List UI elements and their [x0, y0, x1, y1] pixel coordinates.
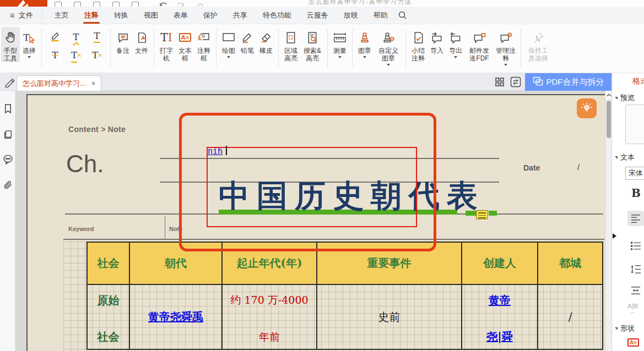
- scrollbar-thumb[interactable]: [607, 101, 611, 138]
- ribbon-draw[interactable]: 绘图: [219, 27, 238, 58]
- bold-button[interactable]: B: [631, 187, 641, 200]
- squiggly-underline-icon[interactable]: T: [73, 32, 79, 42]
- search-highlight-icon: [306, 29, 318, 46]
- menu-cloud[interactable]: 云服务: [299, 7, 336, 24]
- ribbon-textbox[interactable]: A≡ 文本框: [176, 27, 194, 62]
- highlight-text-icon[interactable]: [49, 30, 61, 45]
- ribbon-hand-tool[interactable]: 手型工具: [1, 27, 20, 62]
- pages-icon[interactable]: [2, 129, 13, 140]
- pencil-icon: [241, 29, 254, 46]
- shape-section-header[interactable]: 形状: [615, 323, 635, 333]
- document-tab[interactable]: 怎么面对高中学习... ×: [17, 75, 101, 91]
- grid-view-icon[interactable]: [495, 77, 505, 89]
- email-fdf-bubble-icon: [473, 29, 486, 46]
- menu-view[interactable]: 视图: [136, 7, 166, 24]
- typewriter-icon: TI: [160, 29, 172, 46]
- table-header-cell: 创建人: [462, 243, 538, 284]
- menu-protect[interactable]: 保护: [196, 7, 225, 24]
- chapter-label: Ch.: [66, 150, 104, 178]
- vertical-scrollbar[interactable]: [605, 91, 611, 351]
- paragraph-spacing-button[interactable]: [627, 283, 644, 298]
- ribbon-import-comments[interactable]: 导入: [427, 27, 446, 54]
- page-breadcrumb: Content > Note: [68, 125, 126, 134]
- custom-stamp-gear-icon: [381, 29, 396, 46]
- ribbon-custom-stamp[interactable]: 自定义图章: [374, 27, 403, 66]
- attachments-paperclip-icon[interactable]: [2, 179, 13, 190]
- menu-home[interactable]: 主页: [47, 7, 77, 24]
- ribbon-area-highlight[interactable]: 区域高亮: [282, 27, 300, 62]
- text-cursor: [226, 146, 227, 155]
- print-button[interactable]: [93, 2, 100, 7]
- text-markup-group: T T T T^ T^: [45, 28, 107, 64]
- app-logo[interactable]: [0, 0, 47, 7]
- align-left-button[interactable]: [627, 211, 644, 226]
- menu-present[interactable]: 放映: [336, 7, 366, 24]
- open-file-button[interactable]: [55, 2, 62, 7]
- ribbon-search-highlight[interactable]: 搜索&高亮: [300, 27, 324, 62]
- ribbon-callout[interactable]: 注释框: [194, 27, 213, 62]
- shape-textbox-style-icon[interactable]: A≡: [627, 338, 639, 347]
- ribbon-manage-comments[interactable]: 管理注释: [494, 27, 518, 66]
- insert-text-icon[interactable]: T^: [92, 51, 102, 61]
- dynasty-cell: 黄帝尧舜禹: [130, 285, 223, 349]
- bullet-list-button[interactable]: [627, 238, 644, 254]
- founder-link[interactable]: 黄帝: [489, 293, 511, 308]
- sticky-note-icon[interactable]: [476, 210, 488, 220]
- ribbon-note[interactable]: 备注: [113, 27, 132, 54]
- date-value: /: [577, 162, 580, 172]
- strikethrough-icon[interactable]: T: [52, 51, 58, 60]
- textbox-icon: A≡: [179, 29, 191, 46]
- menu-help[interactable]: 帮助: [366, 7, 396, 24]
- area-highlight-icon: [285, 29, 297, 46]
- bookmarks-icon[interactable]: [2, 103, 13, 114]
- ribbon-label: 搜索&高亮: [302, 47, 323, 62]
- quick-access-button[interactable]: [132, 2, 139, 7]
- menu-features[interactable]: 特色功能: [255, 7, 299, 24]
- ribbon-export-comments[interactable]: 导出: [446, 27, 465, 58]
- line-spacing-button[interactable]: [627, 261, 644, 277]
- ribbon-separator: [405, 29, 406, 68]
- lightbulb-tip-button[interactable]: [577, 98, 597, 118]
- menu-form[interactable]: 表单: [166, 7, 196, 24]
- edit-pen-icon[interactable]: [4, 77, 15, 90]
- redo-icon[interactable]: [177, 1, 185, 7]
- ribbon-eraser[interactable]: 橡皮: [257, 27, 275, 54]
- menu-comment-active[interactable]: 注释: [77, 7, 106, 24]
- ribbon-file-attachment[interactable]: 文件: [132, 27, 151, 54]
- quick-access-button[interactable]: [112, 2, 120, 7]
- left-navigation-panel: [0, 91, 15, 351]
- ribbon-label: 测量: [333, 47, 347, 54]
- ribbon-keep-tool-selected[interactable]: 保持工具选择: [524, 27, 553, 62]
- typed-note-text[interactable]: nih: [208, 146, 223, 156]
- undo-icon[interactable]: [159, 1, 166, 7]
- ribbon-select-tool[interactable]: T 选择: [20, 27, 39, 58]
- dynasty-link[interactable]: 黄帝尧舜禹: [148, 310, 203, 325]
- ribbon-label: 图章: [358, 47, 371, 54]
- preview-section-header[interactable]: 预览: [615, 93, 635, 103]
- switch-tabs-icon[interactable]: [510, 76, 521, 90]
- font-family-select[interactable]: 宋体: [625, 167, 644, 180]
- replace-text-icon[interactable]: T^: [71, 51, 81, 61]
- search-icon[interactable]: [398, 10, 407, 20]
- ribbon-measure[interactable]: 测量: [331, 27, 349, 58]
- red-rectangle-annotation-inner[interactable]: [207, 147, 417, 227]
- menu-share[interactable]: 共享: [225, 7, 255, 24]
- expand-right-panel-arrow[interactable]: [613, 233, 616, 239]
- ribbon-summarize-comments[interactable]: 小结注释: [409, 27, 427, 62]
- format-panel-tab[interactable]: 格式: [632, 76, 644, 86]
- ribbon-stamp[interactable]: 图章: [355, 27, 374, 58]
- ribbon-pencil[interactable]: 铅笔: [238, 27, 257, 54]
- founder-link[interactable]: 尧|舜: [486, 330, 512, 344]
- close-tab-icon[interactable]: ×: [91, 79, 96, 87]
- comments-icon[interactable]: [2, 154, 13, 165]
- quick-access-circle-icon[interactable]: [197, 2, 203, 7]
- export-arrow-bubble-icon: [449, 29, 462, 46]
- ribbon-typewriter[interactable]: TI 打字机: [157, 27, 176, 62]
- menu-convert[interactable]: 转换: [106, 7, 136, 24]
- menu-file[interactable]: ≡ 文件: [6, 7, 37, 24]
- save-button[interactable]: [74, 2, 81, 7]
- ribbon-email-fdf[interactable]: 邮件发送FDF: [465, 27, 494, 62]
- text-section-header[interactable]: 文本: [615, 152, 635, 162]
- pdf-merge-split-button[interactable]: PDF合并与拆分: [525, 73, 611, 91]
- underline-text-icon[interactable]: T: [94, 31, 100, 43]
